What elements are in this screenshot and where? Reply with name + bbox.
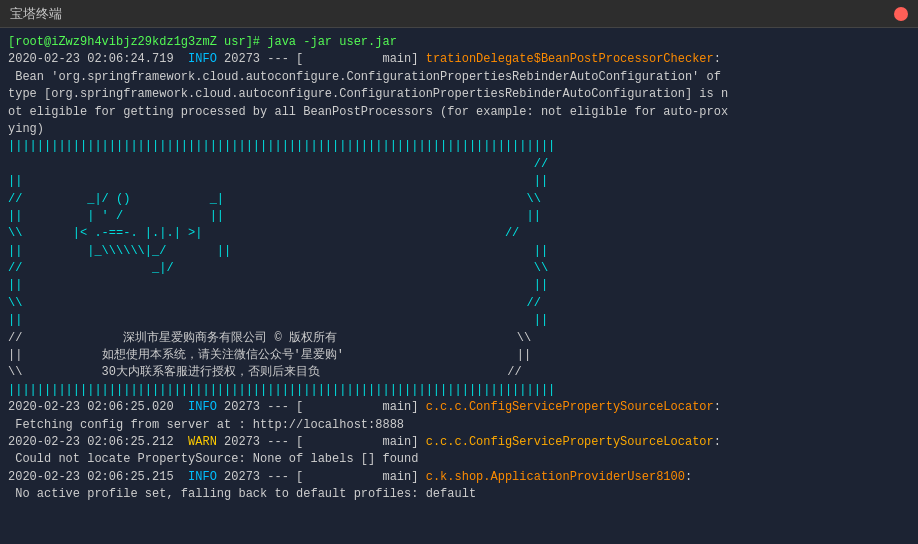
terminal-line: || || [8,277,910,294]
terminal-line: || || [8,173,910,190]
terminal-line: 2020-02-23 02:06:25.020 INFO 20273 --- [… [8,399,910,416]
title-bar: 宝塔终端 × [0,0,918,28]
terminal-line: \\ // [8,295,910,312]
terminal-line: type [org.springframework.cloud.autoconf… [8,86,910,103]
title-text: 宝塔终端 [10,5,62,23]
terminal-line: Could not locate PropertySource: None of… [8,451,910,468]
terminal-line: No active profile set, falling back to d… [8,486,910,503]
terminal-line: // 深圳市星爱购商务有限公司 © 版权所有 \\ [8,330,910,347]
terminal-line: 2020-02-23 02:06:24.719 INFO 20273 --- [… [8,51,910,68]
terminal-line: // [8,156,910,173]
terminal-line: Fetching config from server at : http://… [8,417,910,434]
terminal-line: 2020-02-23 02:06:25.212 WARN 20273 --- [… [8,434,910,451]
terminal-line: ot eligible for getting processed by all… [8,104,910,121]
terminal-line: || 如想使用本系统，请关注微信公众号'星爱购' || [8,347,910,364]
terminal-line: ying) [8,121,910,138]
terminal-line: [root@iZwz9h4vibjz29kdz1g3zmZ usr]# java… [8,34,910,51]
terminal-line: || | ' / || || [8,208,910,225]
close-button[interactable]: × [894,7,908,21]
terminal-line: \\ 30大内联系客服进行授权，否则后来目负 // [8,364,910,381]
terminal-line: || |_\\\\\\|_/ || || [8,243,910,260]
terminal-line: ||||||||||||||||||||||||||||||||||||||||… [8,382,910,399]
terminal-line: || || [8,312,910,329]
terminal-line: // _|/ \\ [8,260,910,277]
terminal-line: ||||||||||||||||||||||||||||||||||||||||… [8,138,910,155]
terminal[interactable]: [root@iZwz9h4vibjz29kdz1g3zmZ usr]# java… [0,28,918,544]
terminal-line: \\ |< .-==-. |.|.| >| // [8,225,910,242]
terminal-line: // _|/ () _| \\ [8,191,910,208]
terminal-line: Bean 'org.springframework.cloud.autoconf… [8,69,910,86]
terminal-line: 2020-02-23 02:06:25.215 INFO 20273 --- [… [8,469,910,486]
